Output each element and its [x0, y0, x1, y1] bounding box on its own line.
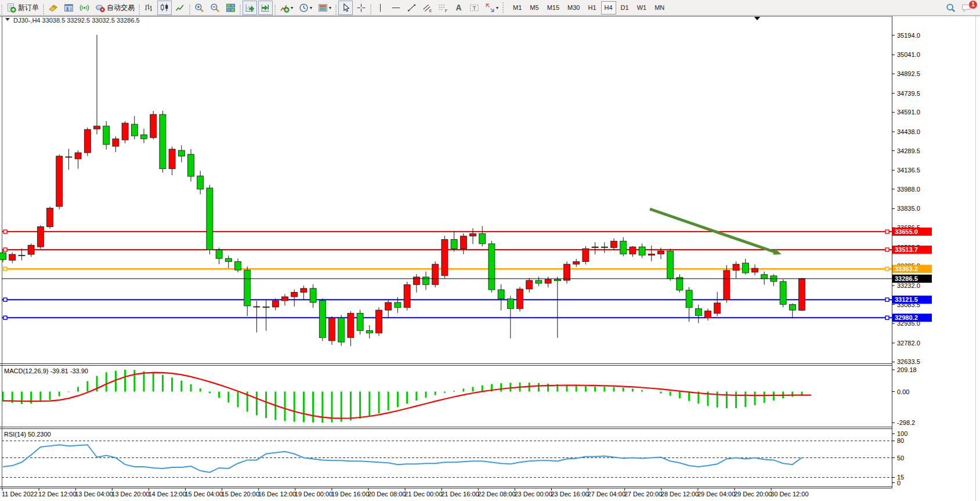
candle-body [395, 302, 401, 308]
hline-handle[interactable] [885, 298, 889, 301]
indicators-icon [280, 3, 290, 13]
time-axis[interactable]: 11 Dec 202212 Dec 12:0013 Dec 04:0013 De… [2, 488, 809, 498]
timeframe-mn-button[interactable]: MN [651, 1, 668, 15]
hline-handle[interactable] [3, 267, 7, 271]
timeframe-m5-button[interactable]: M5 [526, 1, 542, 15]
hline-handle[interactable] [885, 316, 889, 319]
zoom-out-button[interactable] [208, 1, 222, 15]
shapes-button[interactable]: ▾ [483, 1, 501, 15]
time-axis-label: 11 Dec 2022 [2, 491, 38, 498]
line-chart-button[interactable] [173, 1, 187, 15]
price-badge: 33513.7 [892, 246, 932, 254]
time-axis-label: 19 Dec 00:00 [295, 491, 332, 498]
indicators-button[interactable]: ▾ [277, 1, 295, 15]
chart-header: DJ30-,H4 33038.5 33292.5 33032.5 33286.5 [5, 17, 140, 24]
candle-body [103, 126, 110, 145]
candle-body [310, 289, 316, 302]
macd-axis-label: -298.2 [897, 419, 915, 426]
templates-button[interactable]: ▾ [316, 1, 334, 15]
price-badge-label: 33363.2 [895, 265, 918, 272]
blue-profile-icon [64, 3, 74, 13]
new-order-button[interactable]: 新订单 [4, 1, 41, 15]
macd-pane[interactable]: MACD(12,26,9) -39.81 -33.90 [3, 367, 811, 423]
price-axis-label: 32782.0 [897, 340, 920, 347]
periods-button[interactable]: ▾ [296, 1, 314, 15]
search-button[interactable] [943, 1, 958, 15]
tile-windows-button[interactable] [223, 1, 238, 15]
time-axis-label: 30 Dec 12:00 [771, 491, 808, 498]
candle-body [799, 279, 805, 310]
price-badge-label: 33286.5 [895, 275, 918, 282]
candle-body [714, 303, 721, 313]
price-badge-label: 33513.7 [895, 246, 918, 253]
bar-chart-button[interactable] [142, 1, 156, 15]
candle-body [56, 156, 63, 207]
timeframe-m15-button[interactable]: M15 [544, 1, 563, 15]
chevron-down-icon: ▾ [291, 5, 293, 10]
time-axis-label: 15 Dec 04:00 [185, 491, 223, 498]
candle-body [526, 280, 533, 289]
chart-canvas[interactable]: 35194.035041.034892.534739.534591.034438… [0, 0, 980, 501]
timeframe-m1-button[interactable]: M1 [509, 1, 525, 15]
autotrading-button[interactable]: 自动交易 [93, 1, 137, 15]
timeframe-w1-button[interactable]: W1 [634, 1, 650, 15]
candlestick-chart-button[interactable] [157, 1, 172, 15]
candle-body [338, 318, 345, 343]
profiles-button[interactable] [62, 1, 76, 15]
candle-body [225, 258, 232, 261]
hline-handle[interactable] [3, 230, 7, 233]
hline-handle[interactable] [3, 298, 7, 301]
signals-button[interactable] [77, 1, 92, 15]
vline-button[interactable] [373, 1, 388, 15]
label-button[interactable]: T [467, 1, 482, 15]
hline-button[interactable] [389, 1, 403, 15]
timeframe-m30-button[interactable]: M30 [564, 1, 583, 15]
hline-handle[interactable] [885, 248, 889, 251]
candle-body [658, 251, 664, 254]
timeframe-h4-button[interactable]: H4 [601, 1, 616, 15]
crosshair-icon [356, 3, 366, 13]
zoom-in-button[interactable] [192, 1, 207, 15]
time-axis-label: 20 Dec 08:00 [368, 491, 406, 498]
text-button[interactable]: A [451, 1, 466, 15]
candle-body [601, 247, 607, 247]
auto-scroll-button[interactable] [243, 1, 257, 15]
price-badge: 33655.0 [892, 228, 932, 236]
svg-text:T: T [473, 5, 476, 11]
time-axis-label: 23 Dec 16:00 [551, 491, 589, 498]
chat-button[interactable]: 1 [959, 1, 974, 15]
cursor-button[interactable] [338, 1, 353, 15]
rsi-axis-label: 50 [897, 455, 904, 462]
timeframe-d1-button[interactable]: D1 [617, 1, 632, 15]
hline-handle[interactable] [3, 316, 7, 319]
candle-body [780, 282, 786, 304]
symbol-ohlc-label: DJ30-,H4 33038.5 33292.5 33032.5 33286.5 [13, 17, 140, 24]
chart-shift-marker [754, 17, 760, 20]
time-axis-label: 13 Dec 20:00 [111, 491, 149, 498]
trendline-button[interactable] [404, 1, 419, 15]
notification-badge[interactable]: 1 [969, 1, 977, 9]
time-axis-label: 22 Dec 08:00 [478, 491, 515, 498]
channel-button[interactable]: E [420, 1, 435, 15]
symbol-dropdown-icon[interactable] [5, 18, 10, 21]
candle-body [470, 233, 476, 236]
candle-body [564, 264, 570, 280]
chart-shift-button[interactable] [258, 1, 273, 15]
hline-handle[interactable] [885, 267, 889, 271]
candle-body [761, 275, 768, 279]
rsi-pane[interactable]: RSI(14) 50.2300 [2, 431, 892, 477]
timeframe-h1-button[interactable]: H1 [584, 1, 599, 15]
candle-body [667, 251, 674, 279]
candle-body [498, 290, 504, 299]
price-axis-label: 33232.0 [897, 282, 920, 289]
fibonacci-button[interactable]: F [436, 1, 450, 15]
candle-body [451, 239, 457, 248]
metaeditor-button[interactable] [46, 1, 60, 15]
price-axis-label: 35194.0 [897, 32, 920, 39]
hline-handle[interactable] [885, 230, 889, 233]
svg-text:E: E [429, 8, 432, 12]
hline-handle[interactable] [3, 248, 7, 251]
crosshair-button[interactable] [354, 1, 368, 15]
time-axis-label: 14 Dec 12:00 [148, 491, 186, 498]
candle-body [536, 280, 542, 283]
